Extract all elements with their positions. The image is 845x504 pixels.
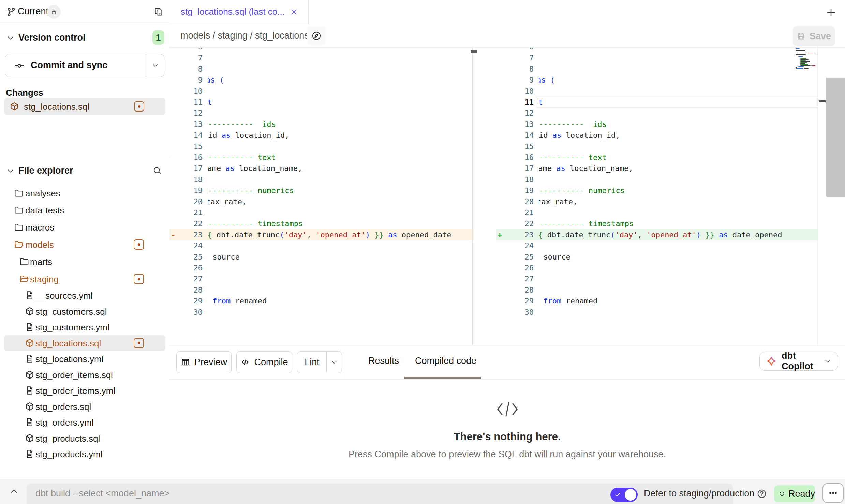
code-line-14[interactable]: 14id as location_id, xyxy=(169,130,474,141)
lint-options-button[interactable] xyxy=(326,352,342,373)
code-line-10[interactable]: 10 xyxy=(496,86,818,97)
file-tree-item-stg-customers-sql[interactable]: stg_customers.sql xyxy=(0,303,169,319)
save-button[interactable]: Save xyxy=(793,26,835,46)
code-line-25[interactable]: 25 source xyxy=(496,251,818,263)
diff-pane-modified[interactable]: 6789as (1011ct1213---------- ids14id as … xyxy=(496,48,818,345)
preview-button[interactable]: Preview xyxy=(176,351,232,373)
tab-results[interactable]: Results xyxy=(368,356,399,366)
file-tree-item-models[interactable]: models xyxy=(0,237,169,252)
code-line-26[interactable]: 26 xyxy=(169,262,474,273)
lineage-compass-button[interactable] xyxy=(307,26,326,45)
file-tree-item-analyses[interactable]: analyses xyxy=(0,185,169,201)
code-line-12[interactable]: 12 xyxy=(169,107,474,119)
version-control-header[interactable]: Version control 1 xyxy=(0,24,169,52)
code-line-11[interactable]: 11ct xyxy=(169,97,474,108)
breadcrumb[interactable]: models / staging / stg_locations.sql xyxy=(180,30,323,41)
code-line-7[interactable]: 7 xyxy=(496,52,818,63)
code-line-14[interactable]: 14id as location_id, xyxy=(496,130,818,141)
new-tab-plus-icon[interactable] xyxy=(825,6,837,18)
file-tree-item-stg-order-items-sql[interactable]: stg_order_items.sql xyxy=(0,367,169,383)
code-line-24[interactable]: 24 xyxy=(169,240,474,251)
code-line-19[interactable]: 19---------- numerics xyxy=(496,185,818,196)
file-tree-item-data-tests[interactable]: data-tests xyxy=(0,202,169,218)
code-line-23[interactable]: +23{{ dbt.date_trunc('day', 'opened_at')… xyxy=(496,229,818,240)
code-line-6[interactable]: 6 xyxy=(169,48,474,53)
search-icon[interactable] xyxy=(152,166,162,175)
code-line-28[interactable]: 28 xyxy=(496,284,818,296)
code-line-23[interactable]: -23{{ dbt.date_trunc('day', 'opened_at')… xyxy=(169,229,474,240)
code-line-8[interactable]: 8 xyxy=(496,63,818,75)
code-line-21[interactable]: 21 xyxy=(169,207,474,218)
defer-toggle[interactable] xyxy=(610,488,638,502)
code-line-9[interactable]: 9as ( xyxy=(496,74,818,86)
minimap[interactable] xyxy=(796,48,817,70)
code-line-29[interactable]: 29 from renamed xyxy=(496,295,818,307)
code-line-17[interactable]: 17name as location_name, xyxy=(169,163,474,174)
code-line-27[interactable]: 27 xyxy=(496,273,818,284)
file-tree-item-staging[interactable]: staging xyxy=(0,271,169,287)
code-line-29[interactable]: 29 from renamed xyxy=(169,295,474,307)
commit-options-button[interactable] xyxy=(146,54,164,77)
compile-button[interactable]: Compile xyxy=(236,351,292,373)
code-line-11[interactable]: 11ct xyxy=(496,97,818,108)
changed-file-item[interactable]: stg_locations.sql xyxy=(4,98,165,115)
code-line-22[interactable]: 22---------- timestamps xyxy=(169,218,474,229)
code-line-24[interactable]: 24 xyxy=(496,240,818,251)
code-line-12[interactable]: 12 xyxy=(496,107,818,119)
code-line-13[interactable]: 13---------- ids xyxy=(496,119,818,130)
file-tree-item-stg-customers-yml[interactable]: stg_customers.yml xyxy=(0,319,169,335)
code-line-15[interactable]: 15 xyxy=(169,141,474,152)
code-line-26[interactable]: 26 xyxy=(496,262,818,273)
file-tree-item-macros[interactable]: macros xyxy=(0,219,169,235)
code-line-16[interactable]: 16---------- text xyxy=(496,152,818,163)
tab-compiled-code[interactable]: Compiled code xyxy=(415,356,476,366)
code-line-16[interactable]: 16---------- text xyxy=(169,152,474,163)
help-icon[interactable] xyxy=(756,488,767,499)
code-line-20[interactable]: 20tax_rate, xyxy=(169,196,474,207)
lint-button[interactable]: Lint xyxy=(297,351,342,373)
line-number: 11 xyxy=(169,97,203,108)
code-line-18[interactable]: 18 xyxy=(169,174,474,185)
code-line-19[interactable]: 19---------- numerics xyxy=(169,185,474,196)
file-tree-item-stg-order-items-yml[interactable]: stg_order_items.yml xyxy=(0,383,169,398)
more-options-button[interactable] xyxy=(822,483,844,503)
code-line-25[interactable]: 25 source xyxy=(169,251,474,263)
file-tree-item-stg-orders-yml[interactable]: stg_orders.yml xyxy=(0,414,169,430)
code-line-10[interactable]: 10 xyxy=(169,86,474,97)
close-icon[interactable] xyxy=(290,8,298,16)
copy-icon[interactable] xyxy=(154,7,163,16)
code-line-18[interactable]: 18 xyxy=(496,174,818,185)
file-tree-item-stg-locations-sql[interactable]: stg_locations.sql xyxy=(0,335,169,351)
file-tree-item--sources-yml[interactable]: __sources.yml xyxy=(0,287,169,303)
code-line-28[interactable]: 28 xyxy=(169,284,474,296)
diff-pane-original[interactable]: 6789as (1011ct1213---------- ids14id as … xyxy=(169,48,474,345)
code-line-8[interactable]: 8 xyxy=(169,63,474,75)
file-tree-item-stg-products-yml[interactable]: stg_products.yml xyxy=(0,446,169,462)
dbt-copilot-button[interactable]: dbt Copilot xyxy=(759,352,838,371)
status-circle-icon xyxy=(779,489,785,499)
code-line-22[interactable]: 22---------- timestamps xyxy=(496,218,818,229)
code-line-21[interactable]: 21 xyxy=(496,207,818,218)
commit-and-sync-button[interactable]: Commit and sync xyxy=(5,54,164,77)
code-line-27[interactable]: 27 xyxy=(169,273,474,284)
file-tree-item-stg-locations-yml[interactable]: stg_locations.yml xyxy=(0,351,169,367)
file-tree-item-stg-orders-sql[interactable]: stg_orders.sql xyxy=(0,399,169,414)
file-explorer-header[interactable]: File explorer xyxy=(0,158,169,183)
chevron-up-icon[interactable] xyxy=(9,486,19,496)
connection-status-badge[interactable]: Ready xyxy=(774,485,815,502)
code-line-30[interactable]: 30 xyxy=(496,307,818,318)
code-line-9[interactable]: 9as ( xyxy=(169,74,474,86)
code-line-6[interactable]: 6 xyxy=(496,48,818,53)
code-line-15[interactable]: 15 xyxy=(496,141,818,152)
code-line-17[interactable]: 17name as location_name, xyxy=(496,163,818,174)
file-tree-item-marts[interactable]: marts xyxy=(0,254,169,269)
file-tree-item-stg-products-sql[interactable]: stg_products.sql xyxy=(0,430,169,446)
branch-name[interactable]: Current xyxy=(18,6,48,17)
tab-stg-locations[interactable]: stg_locations.sql (last co... xyxy=(169,0,309,24)
code-line-13[interactable]: 13---------- ids xyxy=(169,119,474,130)
code-line-7[interactable]: 7 xyxy=(169,52,474,63)
vertical-scrollbar[interactable] xyxy=(826,78,845,197)
diff-editor[interactable]: 6789as (1011ct1213---------- ids14id as … xyxy=(169,48,845,345)
code-line-30[interactable]: 30 xyxy=(169,307,474,318)
code-line-20[interactable]: 20tax_rate, xyxy=(496,196,818,207)
